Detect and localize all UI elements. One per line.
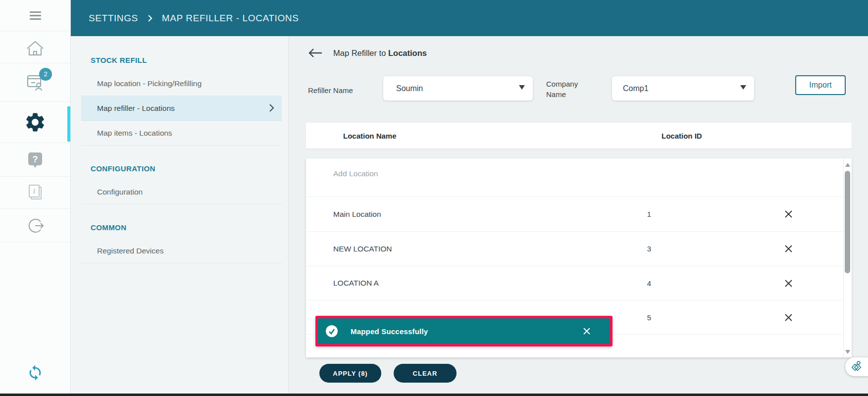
refiller-name-label: Refiller Name xyxy=(308,85,353,96)
location-id-cell: 1 xyxy=(634,197,664,231)
close-x-icon xyxy=(784,210,793,218)
logout-icon xyxy=(25,216,45,236)
dropdown-caret-icon xyxy=(519,85,525,90)
success-toast: Mapped Successfully xyxy=(315,316,613,346)
sidebar-item-info[interactable]: i xyxy=(0,177,70,209)
table-scrollbar[interactable] xyxy=(843,158,852,357)
location-id-cell: 3 xyxy=(634,232,664,266)
nav-section-title-stock-refill: STOCK REFILL xyxy=(91,56,288,64)
breadcrumb-page: MAP REFILLER - LOCATIONS xyxy=(162,13,299,24)
sync-icon xyxy=(27,364,44,381)
nav-item-label: Configuration xyxy=(97,188,143,197)
nav-item-label: Registered Devices xyxy=(97,247,163,255)
nav-item-configuration[interactable]: Configuration xyxy=(81,180,282,204)
nav-sidebar: STOCK REFILL Map location - Picking/Refi… xyxy=(71,36,289,396)
orders-badge: 2 xyxy=(39,68,52,81)
add-location-row xyxy=(306,158,852,197)
accessibility-icon xyxy=(850,360,863,373)
window-bottom-edge xyxy=(0,394,868,396)
sidebar-item-home[interactable] xyxy=(0,31,70,63)
info-document-icon: i xyxy=(27,183,44,202)
location-name-cell: LOCATION A xyxy=(333,266,379,300)
back-arrow-button[interactable] xyxy=(308,48,323,58)
refiller-name-value: Soumin xyxy=(396,84,423,93)
toast-message: Mapped Successfully xyxy=(351,327,428,336)
scroll-up-arrow-icon[interactable] xyxy=(845,163,850,167)
delete-location-button[interactable] xyxy=(776,197,800,231)
dropdown-caret-icon xyxy=(740,85,746,90)
delete-location-button[interactable] xyxy=(776,232,800,266)
nav-item-label: Map refiller - Locations xyxy=(97,104,175,113)
company-name-label: Company Name xyxy=(546,79,586,99)
company-name-select[interactable]: Comp1 xyxy=(612,76,754,100)
top-header: SETTINGS MAP REFILLER - LOCATIONS xyxy=(71,0,868,36)
column-header-location-name: Location Name xyxy=(343,132,397,140)
apply-button[interactable]: APPLY (8) xyxy=(319,364,381,383)
breadcrumb-section[interactable]: SETTINGS xyxy=(89,13,138,24)
scroll-down-arrow-icon[interactable] xyxy=(845,350,850,354)
delete-location-button[interactable] xyxy=(776,300,800,334)
sidebar-item-settings[interactable] xyxy=(0,102,70,143)
column-header-location-id: Location ID xyxy=(662,132,702,140)
nav-section-title-common: COMMON xyxy=(91,223,288,232)
toast-close-button[interactable] xyxy=(582,327,591,336)
nav-item-map-location-picking-refilling[interactable]: Map location - Picking/Refilling xyxy=(81,71,282,96)
scrollbar-thumb[interactable] xyxy=(845,171,850,273)
close-x-icon xyxy=(784,245,793,253)
help-icon: ? xyxy=(27,150,44,169)
active-section-indicator xyxy=(67,106,70,142)
sidebar-item-help[interactable]: ? xyxy=(0,143,70,177)
page-title: Map Refiller to Locations xyxy=(333,49,427,58)
close-x-icon xyxy=(784,279,793,288)
nav-item-map-refiller-locations[interactable]: Map refiller - Locations xyxy=(81,96,282,121)
sidebar-item-logout[interactable] xyxy=(0,209,70,243)
import-button[interactable]: Import xyxy=(795,75,846,95)
nav-item-map-items-locations[interactable]: Map items - Locations xyxy=(81,121,282,146)
location-name-cell: NEW LOCATION xyxy=(333,232,392,266)
home-icon xyxy=(25,38,46,56)
settings-gear-icon xyxy=(24,111,47,134)
table-header: Location Name Location ID xyxy=(306,123,852,148)
nav-section-title-configuration: CONFIGURATION xyxy=(91,164,288,173)
table-row: NEW LOCATION 3 xyxy=(306,232,852,266)
delete-location-button[interactable] xyxy=(776,266,800,300)
nav-item-label: Map items - Locations xyxy=(97,129,172,138)
location-id-cell: 5 xyxy=(634,300,664,334)
svg-text:?: ? xyxy=(33,154,38,164)
app-window: 2 ? i xyxy=(0,0,868,396)
sidebar-item-orders[interactable]: 2 xyxy=(0,63,70,102)
refiller-name-select[interactable]: Soumin xyxy=(383,76,533,100)
nav-item-registered-devices[interactable]: Registered Devices xyxy=(81,239,282,263)
close-x-icon xyxy=(784,313,793,322)
hamburger-icon xyxy=(30,11,41,20)
clear-button[interactable]: CLEAR xyxy=(394,364,457,383)
table-row: Main Location 1 xyxy=(306,197,852,232)
location-name-cell: Main Location xyxy=(333,197,381,231)
company-name-value: Comp1 xyxy=(623,84,649,93)
location-id-cell: 4 xyxy=(634,266,664,300)
svg-text:i: i xyxy=(33,188,35,195)
sync-refresh-button[interactable] xyxy=(27,364,44,381)
main-content: Map Refiller to Locations Refiller Name … xyxy=(289,36,868,396)
breadcrumb-chevron-icon xyxy=(148,14,153,22)
table-row: LOCATION A 4 xyxy=(306,266,852,300)
success-check-icon xyxy=(326,325,338,337)
add-location-input[interactable] xyxy=(333,166,581,181)
chevron-right-icon xyxy=(269,103,274,114)
nav-item-label: Map location - Picking/Refilling xyxy=(97,79,202,88)
accessibility-widget-button[interactable] xyxy=(845,357,868,376)
icon-sidebar: 2 ? i xyxy=(0,0,71,396)
menu-toggle-button[interactable] xyxy=(0,0,70,31)
